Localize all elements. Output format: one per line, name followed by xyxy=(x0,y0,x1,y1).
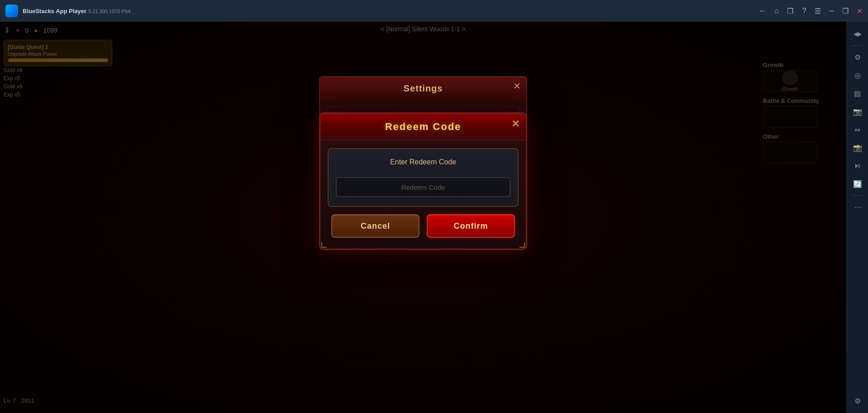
sidebar-btn-3[interactable]: ▤ xyxy=(849,85,866,101)
sidebar-btn-4[interactable]: 📷 xyxy=(849,103,866,120)
menu-button[interactable]: ☰ xyxy=(815,7,821,15)
home-button[interactable]: ⌂ xyxy=(774,7,779,15)
titlebar: BlueStacks App Player 5.21.300.1070 P64 … xyxy=(0,0,868,22)
redeem-code-input[interactable] xyxy=(336,177,510,197)
sidebar-btn-7[interactable]: ⏯ xyxy=(849,158,866,174)
titlebar-nav: ← ⌂ ❐ xyxy=(759,7,793,15)
sidebar-expand-button[interactable]: ◀▶ xyxy=(849,26,866,42)
sidebar-btn-8[interactable]: 🔄 xyxy=(849,176,866,192)
redeem-input-area: Enter Redeem Code xyxy=(328,148,519,207)
sidebar-btn-5[interactable]: ⇔ xyxy=(849,121,866,138)
right-sidebar: ◀▶ ⚙ ◎ ▤ 📷 ⇔ 📸 ⏯ 🔄 ⋯ ⚙ xyxy=(846,22,868,413)
redeem-close-button[interactable]: ✕ xyxy=(511,118,520,130)
bluestacks-logo xyxy=(5,5,18,17)
redeem-body: Enter Redeem Code Cancel Confirm xyxy=(320,141,526,249)
titlebar-controls: ? ☰ ─ ❐ ✕ xyxy=(802,7,863,15)
corner-br xyxy=(520,242,525,248)
help-button[interactable]: ? xyxy=(802,7,806,15)
close-button[interactable]: ✕ xyxy=(857,7,863,15)
restore-button[interactable]: ❐ xyxy=(842,7,849,15)
redeem-dialog: Redeem Code ✕ Enter Redeem Code Cancel C… xyxy=(319,112,527,250)
sidebar-settings-button[interactable]: ⚙ xyxy=(849,393,866,409)
minimize-button[interactable]: ─ xyxy=(829,7,834,15)
settings-header: Settings ✕ xyxy=(320,77,526,100)
sidebar-divider-2 xyxy=(851,195,864,196)
redeem-title: Redeem Code xyxy=(385,121,462,132)
settings-title: Settings xyxy=(404,83,443,93)
settings-close-button[interactable]: ✕ xyxy=(513,81,521,91)
sidebar-btn-9[interactable]: ⋯ xyxy=(849,199,866,215)
app-version: 5.21.300.1070 P64 xyxy=(88,9,130,14)
sidebar-btn-2[interactable]: ◎ xyxy=(849,67,866,83)
app-name: BlueStacks App Player xyxy=(23,8,86,14)
sidebar-btn-6[interactable]: 📸 xyxy=(849,139,866,156)
redeem-buttons: Cancel Confirm xyxy=(328,214,519,241)
game-area: ⬇ ♥ 0 ● 1099 < [Normal] Silent Woods 1-1… xyxy=(0,22,846,413)
multi-button[interactable]: ❐ xyxy=(787,7,793,15)
back-button[interactable]: ← xyxy=(759,7,766,15)
corner-bl xyxy=(321,242,327,248)
sidebar-divider-1 xyxy=(851,45,864,46)
redeem-confirm-button[interactable]: Confirm xyxy=(427,214,515,238)
sidebar-btn-1[interactable]: ⚙ xyxy=(849,49,866,65)
redeem-input-label: Enter Redeem Code xyxy=(336,158,510,166)
redeem-header: Redeem Code ✕ xyxy=(320,114,526,141)
redeem-cancel-button[interactable]: Cancel xyxy=(331,214,420,238)
